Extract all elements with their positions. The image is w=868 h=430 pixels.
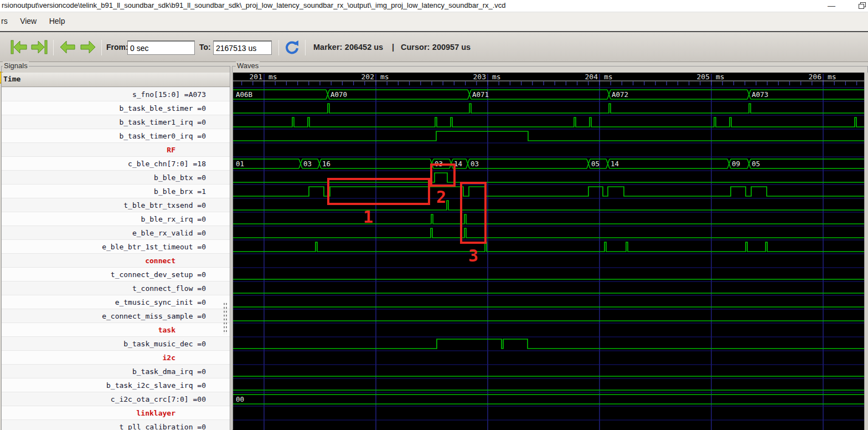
svg-text:205: 205 <box>697 73 710 81</box>
signal-row-e_tmusic_sync_init[interactable]: e_tmusic_sync_init =0 <box>2 295 230 309</box>
waveform-svg: 201ms202ms203ms204ms205ms206msA06BA070A0… <box>233 73 864 430</box>
to-label: To: <box>199 43 211 52</box>
group-row-RF[interactable]: RF <box>2 142 230 156</box>
restore-button[interactable] <box>859 2 866 9</box>
signal-row-b_task_i2c_slave_irq[interactable]: b_task_i2c_slave_irq =0 <box>2 378 230 392</box>
window-title: rsionoutput\versioncode\telink_b91_ll_so… <box>2 1 506 9</box>
svg-text:204: 204 <box>585 73 598 81</box>
wave-row-b_task_music_dec <box>233 339 864 349</box>
window-titlebar: rsionoutput\versioncode\telink_b91_ll_so… <box>0 0 868 12</box>
group-row-task[interactable]: task <box>2 322 230 336</box>
signal-row-s_fno[15:0][interactable]: s_fno[15:0] =A073 <box>2 87 230 101</box>
jump-to-start-button[interactable] <box>9 32 28 62</box>
svg-text:202: 202 <box>361 73 374 81</box>
signals-panel: Time s_fno[15:0] =A073b_task_ble_stimer … <box>2 73 230 430</box>
menu-item-help[interactable]: Help <box>44 12 70 31</box>
svg-text:ms: ms <box>492 73 501 81</box>
restore-icon <box>859 4 864 9</box>
signal-row-b_ble_rx_irq[interactable]: b_ble_rx_irq =0 <box>2 212 230 226</box>
cursor-label: Cursor: <box>401 43 430 52</box>
minimize-button[interactable]: — <box>827 3 836 9</box>
annotation-label-3: 3 <box>468 246 478 265</box>
back-button[interactable] <box>59 32 76 62</box>
wave-row-e_ble_btr_1st_timeout <box>233 242 864 252</box>
timeline-labels: 201ms202ms203ms204ms205ms206ms <box>250 73 836 81</box>
jump-to-end-button[interactable] <box>30 32 49 62</box>
svg-text:05: 05 <box>752 160 760 168</box>
svg-text:A06B: A06B <box>236 90 252 99</box>
svg-text:03: 03 <box>303 160 312 168</box>
group-row-i2c[interactable]: i2c <box>2 350 230 364</box>
signal-row-b_task_ble_stimer[interactable]: b_task_ble_stimer =0 <box>2 101 230 115</box>
svg-text:A073: A073 <box>752 90 768 99</box>
jump-to-end-icon <box>30 39 49 55</box>
reload-icon <box>283 39 300 55</box>
waves-vertical-scrollbar[interactable] <box>864 73 868 430</box>
wave-row-b_task_timer0_irq <box>233 131 864 141</box>
signal-row-b_task_dma_irq[interactable]: b_task_dma_irq =0 <box>2 364 230 378</box>
wave-row-c_i2c_ota_crc[7:0]: 00 <box>233 395 864 404</box>
time-column-header[interactable]: Time <box>2 73 230 87</box>
row-separators <box>233 88 864 420</box>
annotation-label-1: 1 <box>363 207 373 227</box>
waves-frame-label: Waves <box>236 62 260 70</box>
signal-row-b_task_timer1_irq[interactable]: b_task_timer1_irq =0 <box>2 115 230 129</box>
signals-frame-label: Signals <box>3 62 29 70</box>
from-input[interactable] <box>127 40 195 55</box>
wave-row-s_fno[15:0]: A06BA070A071A072A073 <box>233 90 864 99</box>
toolbar-divider: | <box>392 43 394 52</box>
menu-item-markers[interactable]: rs <box>0 12 13 31</box>
wave-canvas[interactable]: 201ms202ms203ms204ms205ms206msA06BA070A0… <box>233 73 864 430</box>
signal-row-t_connect_flow[interactable]: t_connect_flow =0 <box>2 281 230 295</box>
signal-row-e_ble_rx_valid[interactable]: e_ble_rx_valid =0 <box>2 226 230 239</box>
menu-item-view[interactable]: View <box>15 12 42 31</box>
svg-text:09: 09 <box>732 160 740 168</box>
marker-label: Marker: <box>313 43 342 52</box>
signal-row-b_task_timer0_irq[interactable]: b_task_timer0_irq =0 <box>2 129 230 142</box>
signal-row-c_ble_chn[7:0][interactable]: c_ble_chn[7:0] =18 <box>2 156 230 170</box>
wave-row-b_ble_rx_irq <box>233 214 864 224</box>
signal-list: s_fno[15:0] =A073b_task_ble_stimer =0b_t… <box>2 87 230 430</box>
signal-row-b_task_music_dec[interactable]: b_task_music_dec =0 <box>2 336 230 350</box>
svg-text:05: 05 <box>591 160 600 168</box>
pane-resize-grip[interactable] <box>223 302 228 334</box>
toolbar-separator <box>305 40 306 55</box>
svg-text:A072: A072 <box>612 90 628 99</box>
marker-value: 206452 us <box>345 43 383 52</box>
forward-button[interactable] <box>79 32 97 62</box>
svg-text:ms: ms <box>604 73 613 81</box>
svg-text:03: 03 <box>471 160 479 168</box>
menubar: rs View Help <box>0 12 868 31</box>
group-row-connect[interactable]: connect <box>2 253 230 267</box>
jump-to-start-icon <box>9 39 28 55</box>
group-row-linklayer[interactable]: linklayer <box>2 406 230 419</box>
signal-row-b_ble_brx[interactable]: b_ble_brx =1 <box>2 184 230 198</box>
toolbar-separator <box>278 40 279 55</box>
svg-text:206: 206 <box>809 73 822 81</box>
from-label: From: <box>106 43 128 52</box>
signal-row-c_i2c_ota_crc[7:0][interactable]: c_i2c_ota_crc[7:0] =00 <box>2 392 230 406</box>
svg-text:203: 203 <box>473 73 486 81</box>
svg-text:16: 16 <box>322 160 330 168</box>
svg-text:A071: A071 <box>472 90 489 99</box>
reload-button[interactable] <box>283 32 300 62</box>
back-arrow-icon <box>59 39 76 55</box>
svg-text:00: 00 <box>236 395 244 403</box>
signal-row-t_pll_calibration[interactable]: t_pll_calibration =0 <box>2 419 230 430</box>
signal-row-e_connect_miss_sample[interactable]: e_connect_miss_sample =0 <box>2 309 230 322</box>
svg-text:A070: A070 <box>330 90 347 99</box>
signal-row-e_ble_btr_1st_timeout[interactable]: e_ble_btr_1st_timeout =0 <box>2 239 230 253</box>
signal-row-b_ble_btx[interactable]: b_ble_btx =0 <box>2 170 230 184</box>
svg-text:ms: ms <box>828 73 836 81</box>
toolbar-separator <box>101 40 102 55</box>
cursor-value: 200957 us <box>432 43 471 52</box>
wave-row-c_ble_chn[7:0]: 01031603140305140905 <box>233 159 864 168</box>
signal-row-t_connect_dev_setup[interactable]: t_connect_dev_setup =0 <box>2 267 230 281</box>
annotations: 123 <box>328 165 485 265</box>
svg-text:14: 14 <box>611 160 619 168</box>
signal-row-t_ble_btr_txsend[interactable]: t_ble_btr_txsend =0 <box>2 198 230 212</box>
to-input[interactable] <box>213 40 272 55</box>
forward-arrow-icon <box>79 39 97 55</box>
timeline-tickband <box>233 81 864 85</box>
toolbar: From: To: Marker: 206452 us | Cursor: 20… <box>0 31 868 62</box>
